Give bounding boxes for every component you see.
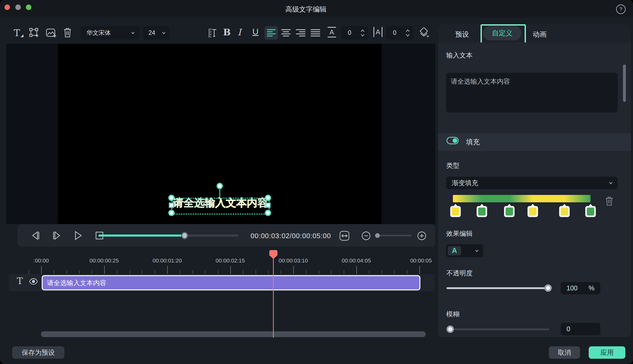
rotation-handle[interactable] [217, 183, 223, 189]
ruler-minor-tick [205, 270, 205, 274]
align-justify-button[interactable] [311, 28, 320, 38]
ruler-major-tick [41, 266, 42, 274]
gradient-stop[interactable] [585, 206, 596, 217]
opacity-slider[interactable] [447, 287, 549, 289]
letter-spacing-stepper[interactable]: 0 [386, 26, 413, 40]
playhead-line[interactable] [273, 251, 274, 338]
text-clip[interactable]: 请全选输入文本内容 [42, 275, 420, 290]
add-text-icon[interactable]: T [14, 27, 23, 38]
opacity-unit: % [589, 284, 594, 292]
layers-icon[interactable] [419, 27, 430, 39]
gradient-bar[interactable] [453, 195, 591, 202]
visibility-eye-icon[interactable] [29, 278, 38, 285]
vertical-text-icon[interactable] [208, 28, 217, 38]
selection-handle-top-left[interactable] [168, 195, 175, 201]
stepper-arrows-icon[interactable] [360, 28, 365, 37]
fill-toggle[interactable] [447, 137, 459, 144]
gradient-stop[interactable] [528, 206, 538, 217]
progress-knob[interactable] [181, 232, 188, 239]
cancel-button[interactable]: 取消 [549, 346, 580, 359]
selection-handle-top-right[interactable] [265, 195, 271, 201]
timeline-zoom-knob[interactable] [375, 233, 380, 238]
stepper-arrows-icon[interactable] [405, 28, 410, 37]
panel-scrollbar[interactable] [623, 65, 626, 102]
opacity-knob[interactable] [544, 284, 552, 292]
video-canvas[interactable]: 请全选输入文本内容 [58, 44, 382, 224]
gradient-stop[interactable] [559, 206, 570, 217]
tab-animation[interactable]: 动画 [533, 30, 546, 39]
fit-to-window-icon[interactable] [339, 231, 349, 241]
gradient-stop-color [587, 208, 594, 215]
selection-handle-left[interactable] [169, 203, 174, 208]
play-button[interactable] [74, 230, 82, 241]
progress-fill [98, 234, 185, 237]
chevron-down-icon [162, 31, 166, 35]
apply-button[interactable]: 应用 [589, 346, 625, 359]
ruler-label: :00:00 [33, 257, 49, 264]
ruler-minor-tick [243, 270, 243, 274]
ruler-minor-tick [306, 270, 306, 274]
ruler-minor-tick [256, 270, 256, 274]
timeline-scrollbar[interactable] [41, 331, 426, 337]
gradient-stops [453, 202, 591, 218]
delete-icon[interactable] [63, 27, 72, 38]
ruler-minor-tick [193, 270, 193, 274]
next-frame-button[interactable] [52, 230, 61, 241]
gradient-stop[interactable] [450, 206, 461, 217]
gradient-stop[interactable] [504, 206, 515, 217]
progress-slider[interactable] [98, 234, 239, 237]
fill-type-dropdown[interactable]: 渐变填充 [446, 177, 618, 189]
ruler-minor-tick [268, 270, 268, 274]
chevron-down-icon [475, 249, 479, 253]
gradient-stop-color [452, 208, 459, 215]
line-spacing-stepper[interactable]: 0 [341, 26, 368, 40]
text-input-field[interactable]: 请全选输入文本内容 [446, 73, 618, 112]
align-left-button[interactable] [265, 26, 278, 40]
selection-handle-right[interactable] [265, 203, 271, 208]
letter-spacing-icon[interactable]: A [373, 27, 382, 37]
ruler-major-tick [230, 266, 231, 274]
align-right-button[interactable] [296, 28, 305, 38]
effect-style-dropdown[interactable]: A [446, 244, 483, 257]
save-preset-button[interactable]: 保存为预设 [12, 346, 64, 359]
ruler-minor-tick [117, 270, 117, 274]
font-family-dropdown[interactable]: 华文宋体 [81, 26, 139, 40]
previous-frame-button[interactable] [31, 230, 41, 241]
ruler-minor-tick [155, 270, 155, 274]
ruler-minor-tick [394, 270, 395, 274]
bold-button[interactable]: B [223, 27, 231, 37]
timeline-ruler[interactable]: :00:0000:00:00:2500:00:01:2000:00:02:150… [26, 248, 433, 276]
align-center-button[interactable] [281, 28, 291, 38]
blur-value-box[interactable]: 0 [561, 323, 600, 335]
ruler-major-tick [419, 266, 420, 274]
font-size-dropdown[interactable]: 24 [143, 26, 169, 40]
zoom-out-icon[interactable] [361, 231, 371, 241]
title-bar: 高级文字编辑 ? [0, 0, 633, 17]
rotation-handle-stem [219, 188, 220, 198]
timeline-area: :00:0000:00:00:2500:00:01:2000:00:02:150… [0, 248, 437, 348]
add-image-icon[interactable] [46, 28, 56, 38]
panel-content: 输入文本 请全选输入文本内容 填充 类型 渐变填充 [438, 42, 631, 337]
ruler-major-tick [167, 266, 168, 274]
blur-knob[interactable] [447, 325, 454, 333]
line-spacing-icon[interactable]: A [328, 27, 336, 37]
gradient-stop[interactable] [477, 206, 487, 217]
gradient-editor [453, 195, 591, 229]
window-title: 高级文字编辑 [0, 5, 612, 14]
help-icon[interactable]: ? [616, 4, 626, 14]
selection-handle-bottom-right[interactable] [265, 210, 271, 216]
opacity-label: 不透明度 [446, 269, 473, 277]
zoom-in-icon[interactable] [417, 231, 426, 241]
tab-preset[interactable]: 预设 [455, 30, 469, 39]
italic-button[interactable]: I [238, 27, 241, 37]
playback-bar: 00:00:03:02/00:00:05:00 [17, 224, 435, 247]
transform-icon[interactable] [29, 28, 39, 38]
text-selection-box[interactable] [171, 198, 270, 214]
selection-handle-bottom-left[interactable] [168, 210, 175, 216]
fill-label: 填充 [466, 137, 480, 147]
opacity-value-box[interactable]: 100 % [561, 282, 600, 294]
blur-slider[interactable] [447, 328, 549, 330]
timeline-zoom-slider[interactable] [375, 235, 411, 236]
gradient-delete-icon[interactable] [605, 197, 613, 206]
underline-button[interactable]: U [252, 27, 258, 37]
